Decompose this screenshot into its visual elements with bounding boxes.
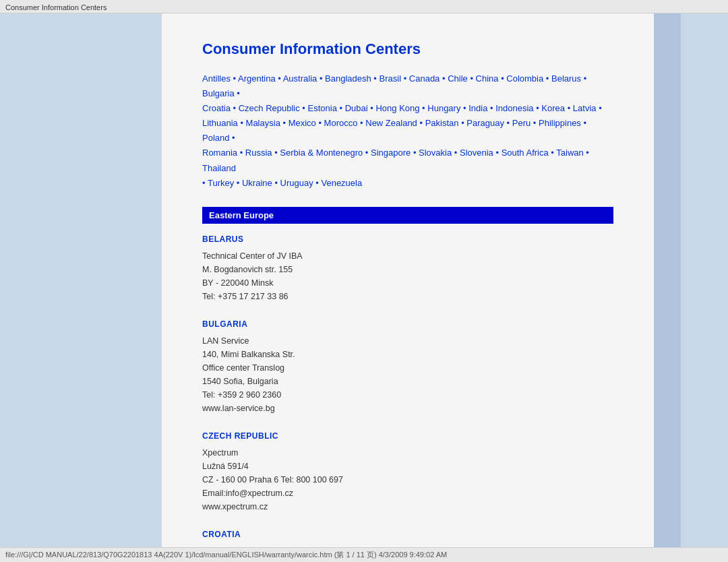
nav-link-antilles[interactable]: Antilles <box>202 73 231 84</box>
nav-link-venezuela[interactable]: Venezuela <box>321 178 362 188</box>
page-title: Consumer Information Centers <box>202 40 613 58</box>
country-info-czech-republic: Xpectrum Lužná 591/4 CZ - 160 00 Praha 6… <box>202 446 613 513</box>
nav-links: Antilles • Argentina • Australia • Bangl… <box>202 71 613 191</box>
content-area: Consumer Information Centers Antilles • … <box>162 13 728 562</box>
nav-link-paraguay[interactable]: Paraguay <box>466 118 504 128</box>
nav-link-hong-kong[interactable]: Hong Kong <box>375 103 419 113</box>
nav-link-peru[interactable]: Peru <box>512 118 530 128</box>
nav-link-australia[interactable]: Australia <box>283 73 317 84</box>
nav-link-malaysia[interactable]: Malaysia <box>246 118 280 128</box>
nav-link-korea[interactable]: Korea <box>541 103 565 113</box>
nav-link-new-zealand[interactable]: New Zealand <box>365 118 417 128</box>
nav-link-brasil[interactable]: Brasil <box>380 73 402 84</box>
nav-link-india[interactable]: India <box>468 103 487 113</box>
main-content: Consumer Information Centers Antilles • … <box>162 13 654 562</box>
nav-link-mexico[interactable]: Mexico <box>289 118 316 128</box>
sidebar-left <box>0 13 162 562</box>
nav-link-thailand[interactable]: Thailand <box>202 163 236 173</box>
country-name-croatia: Croatia <box>202 530 613 539</box>
sidebar-right-accent <box>654 13 681 562</box>
nav-link-slovenia[interactable]: Slovenia <box>460 148 493 158</box>
nav-link-serbia[interactable]: Serbia & Montenegro <box>280 148 363 158</box>
nav-link-bangladesh[interactable]: Bangladesh <box>325 73 371 84</box>
nav-link-singapore[interactable]: Singapore <box>371 148 411 158</box>
nav-link-chile[interactable]: Chile <box>448 73 468 84</box>
nav-link-belarus[interactable]: Belarus <box>551 73 581 84</box>
country-name-belarus: Belarus <box>202 235 613 244</box>
nav-link-dubai[interactable]: Dubai <box>345 103 368 113</box>
nav-link-slovakia[interactable]: Slovakia <box>419 148 452 158</box>
nav-link-taiwan[interactable]: Taiwan <box>556 148 583 158</box>
nav-link-canada[interactable]: Canada <box>409 73 440 84</box>
tab-bar: Consumer Information Centers <box>0 0 728 13</box>
country-name-bulgaria: Bulgaria <box>202 319 613 329</box>
tab-label: Consumer Information Centers <box>5 3 107 11</box>
nav-link-czech-republic[interactable]: Czech Republic <box>239 103 300 113</box>
nav-link-poland[interactable]: Poland <box>202 133 229 143</box>
nav-link-ukraine[interactable]: Ukraine <box>242 178 272 188</box>
country-name-czech-republic: Czech Republic <box>202 431 613 441</box>
nav-link-turkey[interactable]: Turkey <box>208 178 234 188</box>
status-bar-text: file:///G|/CD MANUAL/22/813/Q70G2201813 … <box>5 551 447 559</box>
nav-link-china[interactable]: China <box>476 73 499 84</box>
nav-link-estonia[interactable]: Estonia <box>308 103 337 113</box>
country-info-belarus: Technical Center of JV IBA M. Bogdanovic… <box>202 249 613 303</box>
sidebar-right <box>654 13 728 562</box>
nav-link-uruguay[interactable]: Uruguay <box>280 178 313 188</box>
nav-link-colombia[interactable]: Colombia <box>506 73 543 84</box>
nav-link-morocco[interactable]: Morocco <box>324 118 358 128</box>
nav-link-pakistan[interactable]: Pakistan <box>425 118 459 128</box>
nav-link-croatia[interactable]: Croatia <box>202 103 231 113</box>
nav-link-lithuania[interactable]: Lithuania <box>202 118 238 128</box>
nav-link-romania[interactable]: Romania <box>202 148 237 158</box>
nav-link-indonesia[interactable]: Indonesia <box>495 103 533 113</box>
nav-link-russia[interactable]: Russia <box>245 148 272 158</box>
country-info-bulgaria: LAN Service 140, Mimi Balkanska Str. Off… <box>202 334 613 415</box>
nav-link-latvia[interactable]: Latvia <box>573 103 597 113</box>
layout: Consumer Information Centers Antilles • … <box>0 13 728 562</box>
section-header: Eastern Europe <box>202 207 613 224</box>
nav-link-south-africa[interactable]: South Africa <box>502 148 549 158</box>
nav-link-argentina[interactable]: Argentina <box>238 73 276 84</box>
nav-link-bulgaria[interactable]: Bulgaria <box>202 88 235 98</box>
nav-link-philippines[interactable]: Philippines <box>539 118 581 128</box>
nav-link-hungary[interactable]: Hungary <box>427 103 460 113</box>
status-bar: file:///G|/CD MANUAL/22/813/Q70G2201813 … <box>0 547 728 562</box>
